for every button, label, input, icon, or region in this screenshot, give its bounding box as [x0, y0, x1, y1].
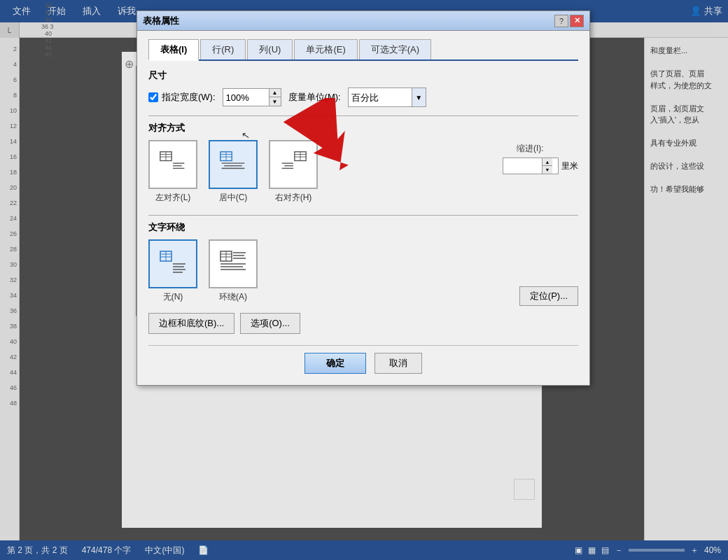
bottom-left-btns: 边框和底纹(B)... 选项(O)...: [148, 313, 300, 334]
width-label: 指定宽度(W):: [162, 91, 216, 104]
align-row: 左对齐(L): [148, 140, 329, 204]
border-btn[interactable]: 边框和底纹(B)...: [148, 313, 234, 334]
size-row: 指定宽度(W): ▲ ▼ 度量单位(M): 百分比 厘米 ▼: [148, 88, 578, 107]
align-center-svg: [218, 150, 248, 178]
tab-alt-text[interactable]: 可选文字(A): [359, 39, 431, 59]
indent-arrows: ▲ ▼: [542, 158, 552, 174]
align-option-right[interactable]: 右对齐(H): [269, 140, 318, 204]
wrap-row: 无(N): [148, 239, 269, 303]
indent-unit: 里米: [561, 160, 578, 172]
section-divider-1: [148, 115, 578, 116]
align-right-label: 右对齐(H): [275, 192, 312, 204]
align-icon-right[interactable]: [269, 140, 318, 189]
align-icon-left[interactable]: [148, 140, 197, 189]
indent-label: 缩进(I):: [517, 143, 544, 155]
align-left-svg: [158, 150, 188, 178]
measure-select-box[interactable]: 百分比 厘米 ▼: [348, 88, 426, 107]
width-checkbox[interactable]: [148, 92, 158, 102]
indent-input[interactable]: [503, 158, 542, 174]
tab-row[interactable]: 行(R): [200, 39, 246, 59]
indent-down-arrow[interactable]: ▼: [542, 166, 552, 174]
wrap-none-svg: [158, 248, 188, 279]
bottom-row: 边框和底纹(B)... 选项(O)...: [148, 313, 578, 334]
size-section-title: 尺寸: [148, 69, 578, 82]
align-icon-center[interactable]: [209, 140, 258, 189]
indent-input-row: ▲ ▼ 里米: [503, 158, 578, 174]
tab-cell[interactable]: 单元格(E): [294, 39, 357, 59]
dialog-content: 表格(I) 行(R) 列(U) 单元格(E) 可选文字(A) 尺寸 指定宽度(W…: [137, 31, 589, 385]
width-input[interactable]: [223, 89, 269, 106]
measure-label: 度量单位(M):: [288, 91, 341, 104]
align-option-center[interactable]: 居中(C): [209, 140, 258, 204]
wrap-option-around[interactable]: 环绕(A): [209, 239, 258, 303]
width-up-arrow[interactable]: ▲: [270, 89, 281, 97]
dialog-title: 表格属性: [143, 15, 554, 27]
width-spinbox[interactable]: ▲ ▼: [223, 88, 281, 106]
measure-select[interactable]: 百分比 厘米: [349, 88, 412, 106]
align-option-left[interactable]: 左对齐(L): [148, 140, 197, 204]
wrap-icon-none[interactable]: [148, 239, 197, 288]
indent-row: 缩进(I):: [517, 143, 544, 155]
dialog-titlebar: 表格属性 ? ✕: [137, 11, 589, 31]
cancel-btn[interactable]: 取消: [374, 353, 422, 374]
tab-bar: 表格(I) 行(R) 列(U) 单元格(E) 可选文字(A): [148, 39, 578, 61]
indent-up-arrow[interactable]: ▲: [542, 158, 552, 166]
ok-btn[interactable]: 确定: [304, 353, 366, 374]
dialog-help-btn[interactable]: ?: [554, 15, 568, 27]
wrap-around-svg: [218, 248, 248, 279]
dialog-overlay: 表格属性 ? ✕ 表格(I) 行(R) 列(U) 单元格(E) 可选文字(A) …: [0, 0, 728, 560]
wrap-around-label: 环绕(A): [219, 291, 247, 303]
dialog-close-btn[interactable]: ✕: [570, 15, 584, 27]
width-checkbox-label[interactable]: 指定宽度(W):: [148, 91, 216, 104]
wrap-icon-around[interactable]: [209, 239, 258, 288]
dialog-footer: 确定 取消: [148, 345, 578, 374]
wrap-option-none[interactable]: 无(N): [148, 239, 197, 303]
width-down-arrow[interactable]: ▼: [270, 97, 281, 106]
wrap-section-title: 文字环绕: [148, 221, 578, 234]
width-spinbox-arrows: ▲ ▼: [269, 89, 281, 106]
wrap-none-label: 无(N): [163, 291, 183, 303]
align-section-title: 对齐方式: [148, 122, 578, 134]
tab-table[interactable]: 表格(I): [148, 39, 199, 61]
align-center-label: 居中(C): [219, 192, 248, 204]
align-left-label: 左对齐(L): [155, 192, 191, 204]
align-right-svg: [278, 150, 309, 178]
tab-col[interactable]: 列(U): [247, 39, 293, 59]
align-and-indent-row: 左对齐(L): [148, 140, 578, 206]
table-properties-dialog: 表格属性 ? ✕ 表格(I) 行(R) 列(U) 单元格(E) 可选文字(A) …: [136, 10, 590, 386]
dialog-controls: ? ✕: [554, 15, 584, 27]
measure-dropdown-arrow[interactable]: ▼: [412, 88, 426, 106]
section-divider-2: [148, 215, 578, 216]
indent-spinbox[interactable]: ▲ ▼: [503, 158, 559, 174]
wrap-position-row: 无(N): [148, 239, 578, 306]
position-btn[interactable]: 定位(P)...: [519, 286, 578, 306]
options-btn[interactable]: 选项(O)...: [240, 313, 300, 334]
indent-section: 缩进(I): ▲ ▼ 里米: [503, 143, 578, 174]
